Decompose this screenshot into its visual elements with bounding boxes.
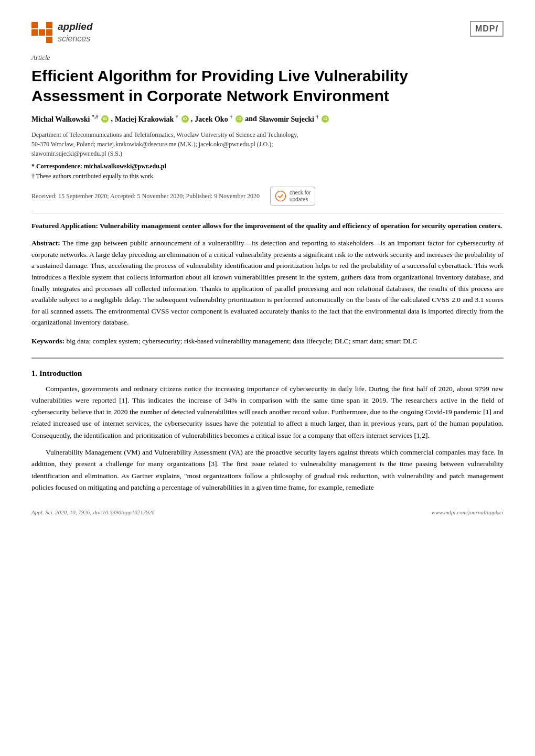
logo-grid-icon bbox=[31, 22, 52, 43]
dates-row: Received: 15 September 2020; Accepted: 5… bbox=[31, 187, 504, 206]
mdpi-logo: MDPI bbox=[470, 21, 504, 37]
journal-name: applied sciences bbox=[58, 21, 93, 44]
author-separator-1: , bbox=[111, 115, 113, 123]
check-updates-icon bbox=[275, 190, 286, 202]
affiliation-line1: Department of Telecommunications and Tel… bbox=[31, 130, 504, 139]
author-4: Sławomir Sujecki † bbox=[259, 114, 319, 124]
top-divider bbox=[31, 213, 504, 213]
featured-application: Featured Application: Vulnerability mana… bbox=[31, 221, 504, 231]
author-3: Jacek Oko † bbox=[195, 114, 232, 124]
section-1-title: 1. Introduction bbox=[31, 369, 504, 378]
section-divider bbox=[31, 358, 504, 359]
paper-title: Efficient Algorithm for Providing Live V… bbox=[31, 66, 504, 105]
keywords-label: Keywords: bbox=[31, 337, 65, 345]
keywords-section: Keywords: big data; complex system; cybe… bbox=[31, 336, 504, 347]
abstract-label: Abstract: bbox=[31, 239, 60, 247]
check-updates-label: check for updates bbox=[290, 189, 311, 203]
section-1-para-1: Companies, governments and ordinary citi… bbox=[31, 383, 504, 441]
orcid-icon-1: iD bbox=[101, 115, 109, 123]
footer-citation: Appl. Sci. 2020, 10, 7926; doi:10.3390/a… bbox=[31, 509, 155, 515]
correspondence-label: * Correspondence: michal.walkowski@pwr.e… bbox=[31, 163, 166, 170]
affiliations-block: Department of Telecommunications and Tel… bbox=[31, 130, 504, 158]
author-separator-2: , bbox=[191, 115, 193, 123]
svg-point-0 bbox=[275, 191, 285, 201]
abstract-section: Abstract: The time gap between public an… bbox=[31, 237, 504, 328]
article-type: Article bbox=[31, 53, 504, 62]
correspondence-line: * Correspondence: michal.walkowski@pwr.e… bbox=[31, 163, 504, 170]
check-updates-button[interactable]: check for updates bbox=[270, 187, 316, 206]
orcid-icon-3: iD bbox=[236, 115, 243, 123]
page-footer: Appl. Sci. 2020, 10, 7926; doi:10.3390/a… bbox=[31, 509, 504, 515]
author-1: Michał Walkowski *,† bbox=[31, 114, 98, 124]
journal-logo: applied sciences bbox=[31, 21, 93, 44]
author-2: Maciej Krakowiak † bbox=[115, 114, 178, 124]
equal-contrib-line: † These authors contributed equally to t… bbox=[31, 172, 504, 180]
affiliation-line2: 50-370 Wroclaw, Poland; maciej.krakowiak… bbox=[31, 139, 504, 149]
section-1-para-2: Vulnerability Management (VM) and Vulner… bbox=[31, 447, 504, 493]
footer-website: www.mdpi.com/journal/applsci bbox=[432, 509, 504, 515]
orcid-icon-2: iD bbox=[181, 115, 189, 123]
keywords-text: big data; complex system; cybersecurity;… bbox=[65, 337, 417, 345]
authors-line: Michał Walkowski *,† iD , Maciej Krakowi… bbox=[31, 114, 504, 124]
abstract-text: The time gap between public announcement… bbox=[31, 239, 504, 326]
affiliation-line3: slawomir.sujecki@pwr.edu.pl (S.S.) bbox=[31, 149, 504, 158]
received-text: Received: 15 September 2020; Accepted: 5… bbox=[31, 192, 260, 200]
author-separator-3: and bbox=[245, 115, 257, 123]
orcid-icon-4: iD bbox=[322, 115, 329, 123]
page-header: applied sciences MDPI bbox=[31, 21, 504, 44]
